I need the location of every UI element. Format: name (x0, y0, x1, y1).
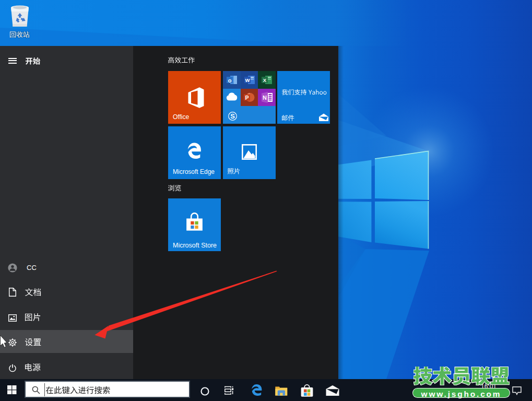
svg-text:S: S (230, 112, 235, 120)
svg-text:o: o (228, 77, 232, 84)
svg-text:X: X (263, 77, 267, 83)
svg-text:N: N (263, 95, 267, 101)
svg-text:P: P (245, 95, 249, 101)
svg-text:W: W (245, 77, 250, 83)
